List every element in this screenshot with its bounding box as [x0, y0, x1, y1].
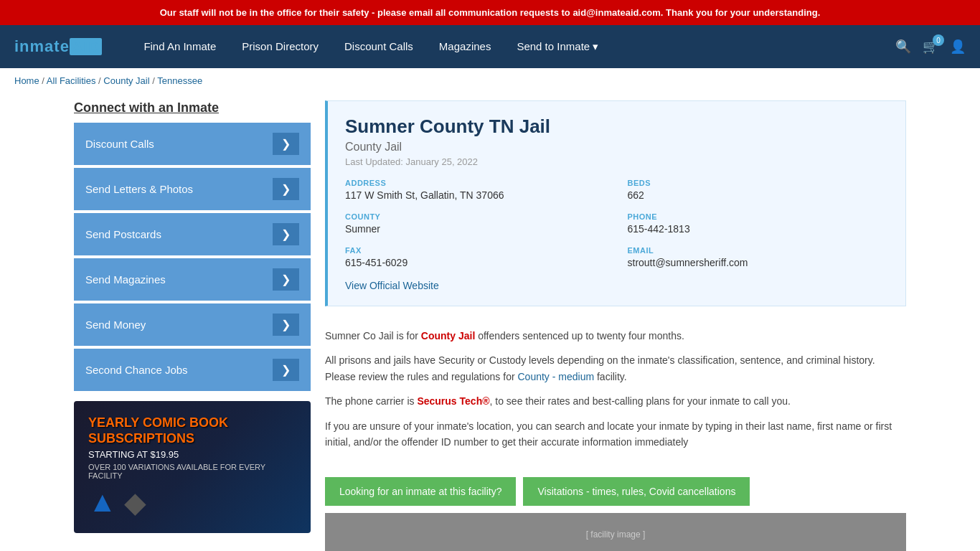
superman-icon: ▲: [88, 486, 117, 519]
county-label: COUNTY: [345, 212, 606, 221]
county-value: Sumner: [345, 223, 606, 235]
looking-for-inmate-button[interactable]: Looking for an inmate at this facility?: [325, 477, 516, 506]
cart-icon[interactable]: 🛒 0: [923, 39, 938, 55]
main-content: Sumner County TN Jail County Jail Last U…: [325, 100, 906, 551]
phone-info: PHONE 615-442-1813: [628, 212, 889, 235]
breadcrumb: Home / All Facilities / County Jail / Te…: [0, 68, 980, 93]
description-para3: The phone carrier is Securus Tech®, to s…: [325, 393, 906, 409]
cart-badge: 0: [933, 34, 944, 46]
fax-label: FAX: [345, 246, 606, 255]
email-value: stroutt@sumnersheriff.com: [628, 257, 889, 268]
second-chance-jobs-button[interactable]: Second Chance Jobs ❯: [74, 349, 311, 391]
nav-item-send-to-inmate[interactable]: Send to Inmate ▾: [504, 25, 611, 68]
view-website-link[interactable]: View Official Website: [345, 280, 439, 291]
ad-banner[interactable]: YEARLY COMIC BOOK SUBSCRIPTIONS STARTING…: [74, 401, 311, 533]
main-container: Connect with an Inmate Discount Calls ❯ …: [60, 93, 920, 551]
phone-label: PHONE: [628, 212, 889, 221]
facility-updated: Last Updated: January 25, 2022: [345, 156, 888, 167]
nav-item-prison-directory[interactable]: Prison Directory: [229, 25, 331, 68]
nav-icons: 🔍 🛒 0 👤: [895, 39, 966, 55]
chevron-right-icon: ❯: [273, 359, 299, 381]
securus-tech-link[interactable]: Securus Tech®: [417, 395, 489, 407]
chevron-right-icon: ❯: [273, 178, 299, 200]
connect-title: Connect with an Inmate: [74, 100, 311, 116]
ad-icons: ▲ ◆: [88, 486, 296, 519]
alert-banner: Our staff will not be in the office for …: [0, 0, 980, 25]
fax-value: 615-451-6029: [345, 257, 606, 268]
send-magazines-button[interactable]: Send Magazines ❯: [74, 258, 311, 301]
chevron-right-icon: ❯: [273, 268, 299, 291]
ad-starting-price: STARTING AT $19.95: [88, 449, 296, 460]
chevron-right-icon: ❯: [273, 133, 299, 155]
search-icon[interactable]: 🔍: [895, 39, 911, 55]
beds-value: 662: [628, 189, 889, 201]
breadcrumb-all-facilities[interactable]: All Facilities: [47, 75, 96, 86]
county-info: COUNTY Sumner: [345, 212, 606, 235]
breadcrumb-county-jail[interactable]: County Jail: [103, 75, 149, 86]
facility-info-grid: ADDRESS 117 W Smith St, Gallatin, TN 370…: [345, 179, 888, 268]
logo[interactable]: inmateAID: [14, 37, 102, 56]
county-medium-link[interactable]: County - medium: [517, 371, 594, 382]
facility-description: Sumner Co Jail is for County Jail offend…: [325, 321, 906, 466]
main-nav: inmateAID Find An Inmate Prison Director…: [0, 25, 980, 68]
address-label: ADDRESS: [345, 179, 606, 187]
user-icon[interactable]: 👤: [950, 39, 966, 55]
action-buttons: Looking for an inmate at this facility? …: [325, 477, 906, 506]
breadcrumb-tennessee[interactable]: Tennessee: [157, 75, 202, 86]
nav-item-magazines[interactable]: Magazines: [426, 25, 504, 68]
address-value: 117 W Smith St, Gallatin, TN 37066: [345, 189, 606, 201]
send-letters-button[interactable]: Send Letters & Photos ❯: [74, 168, 311, 210]
facility-image-strip: [ facility image ]: [325, 513, 906, 551]
send-money-button[interactable]: Send Money ❯: [74, 303, 311, 346]
facility-name: Sumner County TN Jail: [345, 116, 888, 138]
chevron-right-icon: ❯: [273, 223, 299, 245]
sidebar: Connect with an Inmate Discount Calls ❯ …: [74, 100, 311, 551]
ad-variations: OVER 100 VARIATIONS AVAILABLE FOR EVERY …: [88, 463, 296, 480]
batman-icon: ◆: [124, 486, 146, 519]
nav-item-find-inmate[interactable]: Find An Inmate: [131, 25, 229, 68]
nav-links: Find An Inmate Prison Directory Discount…: [131, 25, 895, 68]
ad-title: YEARLY COMIC BOOK SUBSCRIPTIONS: [88, 415, 296, 446]
address-info: ADDRESS 117 W Smith St, Gallatin, TN 370…: [345, 179, 606, 201]
visitations-button[interactable]: Visitations - times, rules, Covid cancel…: [523, 477, 750, 506]
chevron-right-icon: ❯: [273, 314, 299, 336]
send-postcards-button[interactable]: Send Postcards ❯: [74, 213, 311, 255]
description-para4: If you are unsure of your inmate's locat…: [325, 418, 906, 451]
phone-value: 615-442-1813: [628, 223, 889, 235]
email-label: EMAIL: [628, 246, 889, 255]
beds-info: BEDS 662: [628, 179, 889, 201]
facility-card: Sumner County TN Jail County Jail Last U…: [325, 100, 906, 306]
nav-item-discount-calls[interactable]: Discount Calls: [331, 25, 426, 68]
breadcrumb-home[interactable]: Home: [14, 75, 39, 86]
discount-calls-button[interactable]: Discount Calls ❯: [74, 123, 311, 165]
fax-info: FAX 615-451-6029: [345, 246, 606, 268]
county-jail-link[interactable]: County Jail: [421, 330, 475, 342]
facility-type: County Jail: [345, 141, 888, 154]
email-info: EMAIL stroutt@sumnersheriff.com: [628, 246, 889, 268]
beds-label: BEDS: [628, 179, 889, 187]
description-para2: All prisons and jails have Security or C…: [325, 352, 906, 385]
description-para1: Sumner Co Jail is for County Jail offend…: [325, 328, 906, 344]
